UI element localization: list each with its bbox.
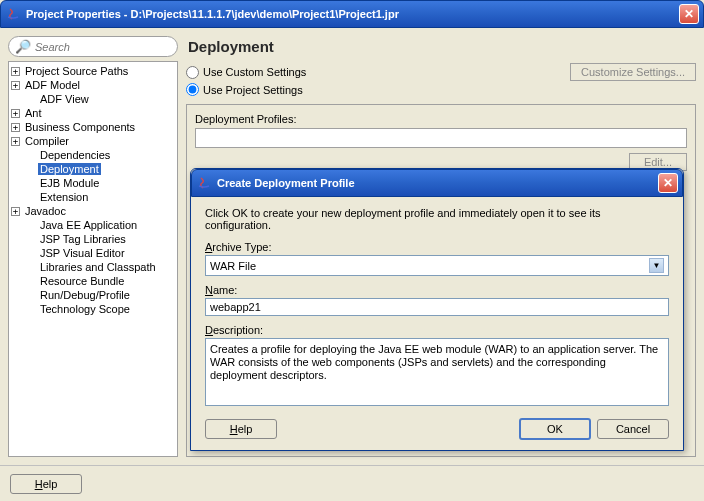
- tree-item-jsp-tag-libraries[interactable]: JSP Tag Libraries: [9, 232, 177, 246]
- tree-expand-icon[interactable]: +: [11, 81, 20, 90]
- cancel-button[interactable]: Cancel: [597, 419, 669, 439]
- use-project-label: Use Project Settings: [203, 84, 303, 96]
- main-bottom-bar: Help: [0, 465, 704, 501]
- tree-item-label: Technology Scope: [38, 303, 132, 315]
- window-close-button[interactable]: ✕: [679, 4, 699, 24]
- window-title: Project Properties - D:\Projects\11.1.1.…: [26, 8, 679, 20]
- description-box: Creates a profile for deploying the Java…: [205, 338, 669, 406]
- app-icon: [5, 6, 21, 22]
- tree-item-libraries-and-classpath[interactable]: Libraries and Classpath: [9, 260, 177, 274]
- dialog-close-button[interactable]: ✕: [658, 173, 678, 193]
- use-project-radio[interactable]: [186, 83, 199, 96]
- tree-item-label: JSP Visual Editor: [38, 247, 127, 259]
- tree-item-label: Java EE Application: [38, 219, 139, 231]
- dialog-title: Create Deployment Profile: [217, 177, 658, 189]
- name-label: Name:: [205, 284, 669, 296]
- tree-item-jsp-visual-editor[interactable]: JSP Visual Editor: [9, 246, 177, 260]
- profiles-label: Deployment Profiles:: [195, 113, 687, 125]
- search-box[interactable]: 🔎: [8, 36, 178, 57]
- tree-item-label: Run/Debug/Profile: [38, 289, 132, 301]
- profiles-list[interactable]: [195, 128, 687, 148]
- archive-type-combo[interactable]: WAR File ▼: [205, 255, 669, 276]
- tree-item-label: Libraries and Classpath: [38, 261, 158, 273]
- tree-item-label: Resource Bundle: [38, 275, 126, 287]
- use-project-row: Use Project Settings: [186, 83, 696, 96]
- name-input-wrap: [205, 298, 669, 316]
- tree-item-label: ADF Model: [23, 79, 82, 91]
- tree-item-label: EJB Module: [38, 177, 101, 189]
- tree-item-java-ee-application[interactable]: Java EE Application: [9, 218, 177, 232]
- use-custom-row: Use Custom Settings Customize Settings..…: [186, 63, 696, 81]
- search-input[interactable]: [35, 41, 174, 53]
- tree-item-label: Compiler: [23, 135, 71, 147]
- tree-item-extension[interactable]: Extension: [9, 190, 177, 204]
- tree-item-label: Dependencies: [38, 149, 112, 161]
- tree-item-compiler[interactable]: +Compiler: [9, 134, 177, 148]
- tree-item-adf-view[interactable]: ADF View: [9, 92, 177, 106]
- combo-arrow-icon: ▼: [649, 258, 664, 273]
- tree-item-label: Ant: [23, 107, 44, 119]
- name-input[interactable]: [210, 301, 664, 313]
- tree-expand-icon[interactable]: +: [11, 137, 20, 146]
- use-custom-radio[interactable]: [186, 66, 199, 79]
- left-panel: 🔎 +Project Source Paths+ADF ModelADF Vie…: [8, 36, 178, 457]
- dialog-app-icon: [196, 175, 212, 191]
- tree-expand-icon[interactable]: +: [11, 207, 20, 216]
- section-heading: Deployment: [188, 38, 696, 55]
- tree-item-technology-scope[interactable]: Technology Scope: [9, 302, 177, 316]
- dialog-titlebar: Create Deployment Profile ✕: [191, 169, 683, 197]
- use-custom-label: Use Custom Settings: [203, 66, 306, 78]
- category-tree[interactable]: +Project Source Paths+ADF ModelADF View+…: [8, 61, 178, 457]
- tree-expand-icon[interactable]: +: [11, 67, 20, 76]
- create-deployment-dialog: Create Deployment Profile ✕ Click OK to …: [190, 168, 684, 451]
- tree-expand-icon[interactable]: +: [11, 109, 20, 118]
- tree-item-run-debug-profile[interactable]: Run/Debug/Profile: [9, 288, 177, 302]
- tree-item-ant[interactable]: +Ant: [9, 106, 177, 120]
- tree-item-label: Javadoc: [23, 205, 68, 217]
- tree-item-label: ADF View: [38, 93, 91, 105]
- tree-item-resource-bundle[interactable]: Resource Bundle: [9, 274, 177, 288]
- tree-item-business-components[interactable]: +Business Components: [9, 120, 177, 134]
- tree-expand-icon[interactable]: +: [11, 123, 20, 132]
- archive-type-value: WAR File: [210, 260, 256, 272]
- tree-item-dependencies[interactable]: Dependencies: [9, 148, 177, 162]
- description-label: Description:: [205, 324, 669, 336]
- dialog-message: Click OK to create your new deployment p…: [205, 207, 669, 231]
- tree-item-adf-model[interactable]: +ADF Model: [9, 78, 177, 92]
- dialog-help-button[interactable]: Help: [205, 419, 277, 439]
- search-icon: 🔎: [15, 39, 31, 54]
- tree-item-label: Project Source Paths: [23, 65, 130, 77]
- archive-type-label: Archive Type:: [205, 241, 669, 253]
- tree-item-deployment[interactable]: Deployment: [9, 162, 177, 176]
- dialog-buttons: Help OK Cancel: [205, 418, 669, 440]
- tree-item-label: Extension: [38, 191, 90, 203]
- ok-button[interactable]: OK: [519, 418, 591, 440]
- tree-item-label: Business Components: [23, 121, 137, 133]
- customize-settings-button[interactable]: Customize Settings...: [570, 63, 696, 81]
- main-help-button[interactable]: Help: [10, 474, 82, 494]
- tree-item-label: JSP Tag Libraries: [38, 233, 128, 245]
- dialog-body: Click OK to create your new deployment p…: [191, 197, 683, 450]
- tree-item-project-source-paths[interactable]: +Project Source Paths: [9, 64, 177, 78]
- tree-item-javadoc[interactable]: +Javadoc: [9, 204, 177, 218]
- tree-item-ejb-module[interactable]: EJB Module: [9, 176, 177, 190]
- main-titlebar: Project Properties - D:\Projects\11.1.1.…: [0, 0, 704, 28]
- tree-item-label: Deployment: [38, 163, 101, 175]
